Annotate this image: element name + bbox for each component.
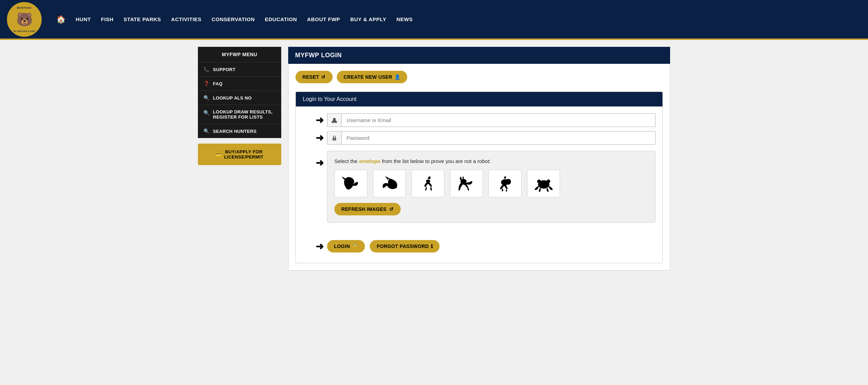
nav-hunt[interactable]: HUNT [72,14,95,25]
faq-icon: ❓ [203,81,209,86]
sidebar-search-hunters[interactable]: 🔍 SEARCH HUNTERS [198,124,281,138]
captcha-section: Select the antelope from the list below … [327,151,656,223]
nav-state-parks[interactable]: STATE PARKS [119,14,165,25]
forgot-password-label: FORGOT PASSWORD [377,243,429,249]
main-content: MYFWP LOGIN RESET ↺ CREATE NEW USER 👤 Lo… [288,47,670,271]
reset-label: RESET [302,74,319,80]
animal-option-4[interactable] [450,170,483,197]
captcha-instructions: Select the antelope from the list below … [334,158,648,164]
credit-card-icon: 💳 [216,152,221,157]
animal-option-3[interactable] [411,170,444,197]
nav-home[interactable]: 🏠 [52,12,70,27]
svg-point-2 [334,138,335,139]
buy-apply-label: BUY/APPLY FORLICENSE/PERMIT [224,149,264,160]
svg-point-8 [546,179,550,183]
create-new-user-button[interactable]: CREATE NEW USER 👤 [337,71,408,83]
nav-education[interactable]: EDUCATION [261,14,301,25]
sidebar-lookup-draw[interactable]: 🔍 LOOKUP DRAW RESULTS, REGISTER FOR LIST… [198,105,281,124]
animal-option-6[interactable] [527,170,560,197]
content-body: RESET ↺ CREATE NEW USER 👤 Login to Your … [288,64,670,271]
animal-option-1[interactable] [334,170,367,197]
sidebar-lookup-als-label: LOOKUP ALS NO [213,95,252,101]
animal-option-2[interactable] [373,170,406,197]
nav-news[interactable]: NEWS [392,14,417,25]
sidebar-support[interactable]: 📞 SUPPORT [198,62,281,76]
reset-button[interactable]: RESET ↺ [295,71,333,83]
bottom-action-buttons: LOGIN 🔒 FORGOT PASSWORD ℹ [327,240,440,256]
password-input[interactable] [342,131,655,144]
sidebar-support-label: SUPPORT [213,67,235,72]
site-header: MONTANA 🐻 FISH, WILDLIFE & PARKS 🏠 HUNT … [0,0,868,40]
login-box: Login to Your Account ➜ [295,92,663,263]
search-icon-3: 🔍 [203,128,209,134]
svg-point-3 [426,179,430,182]
logo-text-top: MONTANA [9,7,40,9]
sidebar-menu: 📞 SUPPORT ❓ FAQ 🔍 LOOKUP ALS NO 🔍 LOOKUP… [198,62,281,138]
search-icon-1: 🔍 [203,95,209,101]
svg-point-7 [537,179,541,183]
create-user-label: CREATE NEW USER [344,74,392,80]
sidebar: MYFWP MENU 📞 SUPPORT ❓ FAQ 🔍 LOOKUP ALS … [198,47,281,165]
nav-fish[interactable]: FISH [97,14,118,25]
login-label: LOGIN [334,243,350,249]
captcha-text-after: from the list below to prove you are not… [381,158,491,164]
captcha-animal-link[interactable]: antelope [359,158,381,164]
top-action-buttons: RESET ↺ CREATE NEW USER 👤 [295,71,663,83]
login-button[interactable]: LOGIN 🔒 [327,240,365,253]
main-nav: 🏠 HUNT FISH STATE PARKS ACTIVITIES CONSE… [52,12,861,27]
sidebar-menu-title: MYFWP MENU [198,47,281,62]
sidebar-lookup-draw-label: LOOKUP DRAW RESULTS, REGISTER FOR LISTS [213,109,276,120]
login-box-title: Login to Your Account [296,92,662,106]
password-field-icon [327,132,342,144]
sidebar-lookup-als[interactable]: 🔍 LOOKUP ALS NO [198,91,281,105]
user-field-icon [327,114,342,127]
refresh-icon: ↺ [389,206,393,212]
user-icon: 👤 [394,74,400,80]
site-logo[interactable]: MONTANA 🐻 FISH, WILDLIFE & PARKS [7,2,42,37]
sidebar-faq-label: FAQ [213,81,223,86]
username-arrow: ➜ [316,114,324,126]
sidebar-search-hunters-label: SEARCH HUNTERS [213,129,257,134]
password-field-group [327,131,656,145]
logo-text-bottom: FISH, WILDLIFE & PARKS [9,30,40,32]
nav-conservation[interactable]: CONSERVATION [207,14,259,25]
refresh-images-button[interactable]: REFRESH IMAGES ↺ [334,203,401,215]
nav-about-fwp[interactable]: ABOUT FWP [303,14,344,25]
nav-buy-apply[interactable]: BUY & APPLY [346,14,391,25]
captcha-text-before: Select the [334,158,359,164]
refresh-images-label: REFRESH IMAGES [341,206,386,212]
forgot-password-button[interactable]: FORGOT PASSWORD ℹ [370,240,440,253]
info-icon: ℹ [431,243,433,249]
svg-point-5 [501,179,508,185]
password-arrow: ➜ [316,132,324,144]
login-box-body: ➜ ➜ [296,106,662,263]
main-container: MYFWP MENU 📞 SUPPORT ❓ FAQ 🔍 LOOKUP ALS … [191,40,677,277]
captcha-arrow: ➜ [316,157,324,169]
lock-icon: 🔒 [352,243,358,249]
login-arrow: ➜ [316,241,324,252]
captcha-animal-list [334,170,648,197]
phone-icon: 📞 [203,67,209,72]
search-icon-2: 🔍 [203,110,209,116]
sidebar-faq[interactable]: ❓ FAQ [198,76,281,91]
content-title: MYFWP LOGIN [288,47,670,64]
reset-icon: ↺ [321,74,325,80]
nav-activities[interactable]: ACTIVITIES [167,14,206,25]
username-input[interactable] [342,114,655,127]
buy-apply-button[interactable]: 💳 BUY/APPLY FORLICENSE/PERMIT [198,144,281,165]
username-field-group [327,113,656,127]
animal-option-5[interactable] [489,170,521,197]
logo-bear-icon: 🐻 [16,13,33,26]
